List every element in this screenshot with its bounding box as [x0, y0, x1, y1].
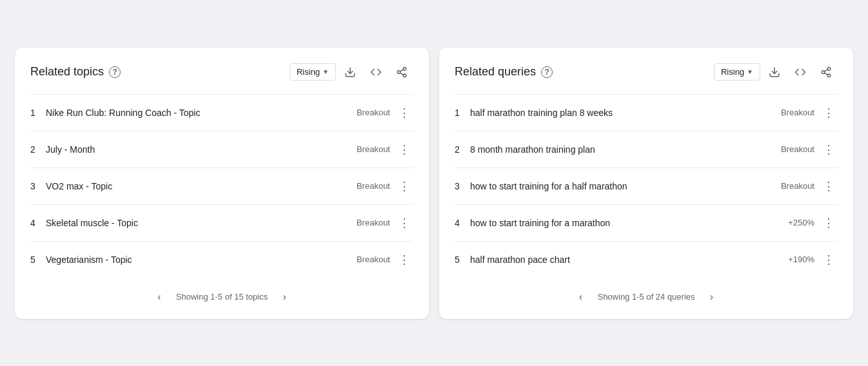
table-row: 2 July - Month Breakout ⋮	[30, 131, 413, 168]
item-value: +190%	[788, 255, 814, 264]
svg-line-11	[824, 69, 827, 71]
item-value: Breakout	[357, 218, 390, 227]
item-number: 3	[30, 181, 46, 191]
table-row: 3 how to start training for a half marat…	[455, 168, 838, 205]
item-number: 1	[455, 108, 470, 118]
item-label: how to start training for a half maratho…	[470, 181, 781, 191]
right-panel-actions: Rising ▼	[714, 61, 838, 84]
left-download-button[interactable]	[339, 61, 362, 84]
item-number: 4	[455, 218, 470, 228]
panels-container: Related topics ? Rising ▼	[15, 48, 853, 319]
item-label: how to start training for a marathon	[470, 218, 788, 228]
table-row: 2 8 month marathon training plan Breakou…	[455, 131, 838, 168]
left-prev-button[interactable]: ‹	[150, 288, 168, 306]
related-queries-panel: Related queries ? Rising ▼	[439, 48, 853, 319]
svg-line-5	[400, 69, 403, 71]
table-row: 5 half marathon pace chart +190% ⋮	[455, 242, 838, 278]
table-row: 5 Vegetarianism - Topic Breakout ⋮	[30, 242, 413, 278]
item-value: +250%	[788, 218, 814, 227]
download-icon	[344, 66, 356, 78]
left-title-group: Related topics ?	[30, 65, 121, 79]
right-items-list: 1 half marathon training plan 8 weeks Br…	[455, 95, 838, 278]
item-value: Breakout	[781, 181, 814, 191]
left-panel-actions: Rising ▼	[290, 61, 413, 84]
item-menu-button[interactable]: ⋮	[395, 140, 413, 159]
right-next-button[interactable]: ›	[703, 288, 721, 306]
right-title-group: Related queries ?	[455, 65, 553, 79]
right-share-button[interactable]	[814, 61, 838, 84]
right-panel-title: Related queries	[455, 65, 536, 79]
item-menu-button[interactable]: ⋮	[395, 177, 413, 195]
item-value: Breakout	[357, 181, 390, 191]
embed-icon	[370, 66, 382, 78]
download-icon	[769, 66, 780, 78]
table-row: 1 Nike Run Club: Running Coach - Topic B…	[30, 95, 413, 131]
item-menu-button[interactable]: ⋮	[395, 214, 413, 232]
table-row: 3 VO2 max - Topic Breakout ⋮	[30, 168, 413, 205]
item-number: 2	[30, 144, 46, 155]
item-menu-button[interactable]: ⋮	[820, 177, 838, 195]
item-number: 4	[30, 218, 46, 228]
left-pagination: ‹ Showing 1-5 of 15 topics ›	[30, 278, 413, 309]
left-panel-header: Related topics ? Rising ▼	[30, 61, 413, 84]
left-items-list: 1 Nike Run Club: Running Coach - Topic B…	[30, 95, 413, 278]
item-menu-button[interactable]: ⋮	[820, 251, 838, 269]
item-menu-button[interactable]: ⋮	[395, 251, 413, 269]
right-prev-button[interactable]: ‹	[571, 288, 589, 306]
item-menu-button[interactable]: ⋮	[820, 214, 838, 232]
related-topics-panel: Related topics ? Rising ▼	[15, 48, 429, 319]
share-icon	[396, 66, 408, 78]
embed-icon	[794, 66, 806, 78]
left-rising-button[interactable]: Rising ▼	[290, 63, 336, 81]
chevron-down-icon: ▼	[747, 68, 753, 75]
right-embed-button[interactable]	[789, 61, 812, 84]
item-label: half marathon pace chart	[470, 255, 788, 265]
item-label: July - Month	[46, 144, 357, 155]
left-panel-title: Related topics	[30, 65, 104, 79]
left-next-button[interactable]: ›	[275, 288, 293, 306]
item-label: half marathon training plan 8 weeks	[470, 108, 781, 118]
left-share-button[interactable]	[390, 61, 413, 84]
item-value: Breakout	[781, 108, 814, 117]
right-download-button[interactable]	[763, 61, 786, 84]
table-row: 4 how to start training for a marathon +…	[455, 205, 838, 242]
left-pagination-text: Showing 1-5 of 15 topics	[176, 292, 268, 302]
item-menu-button[interactable]: ⋮	[820, 140, 838, 159]
left-embed-button[interactable]	[364, 61, 388, 84]
item-number: 2	[455, 144, 470, 155]
item-value: Breakout	[781, 144, 814, 154]
item-number: 5	[30, 255, 46, 265]
left-help-icon[interactable]: ?	[109, 66, 121, 78]
chevron-down-icon: ▼	[322, 68, 329, 75]
right-pagination-text: Showing 1-5 of 24 queries	[597, 292, 695, 302]
svg-line-10	[824, 73, 827, 75]
table-row: 1 half marathon training plan 8 weeks Br…	[455, 95, 838, 131]
right-rising-button[interactable]: Rising ▼	[714, 63, 760, 81]
right-panel-header: Related queries ? Rising ▼	[455, 61, 838, 84]
item-label: Nike Run Club: Running Coach - Topic	[46, 108, 357, 118]
item-label: Skeletal muscle - Topic	[46, 218, 357, 228]
svg-line-4	[400, 73, 403, 75]
item-label: VO2 max - Topic	[46, 181, 357, 191]
share-icon	[820, 66, 832, 78]
item-label: Vegetarianism - Topic	[46, 255, 357, 265]
item-value: Breakout	[357, 144, 390, 154]
right-pagination: ‹ Showing 1-5 of 24 queries ›	[455, 278, 838, 309]
right-help-icon[interactable]: ?	[541, 66, 553, 78]
item-number: 1	[30, 108, 46, 118]
item-label: 8 month marathon training plan	[470, 144, 781, 155]
item-number: 3	[455, 181, 470, 191]
item-menu-button[interactable]: ⋮	[820, 104, 838, 122]
table-row: 4 Skeletal muscle - Topic Breakout ⋮	[30, 205, 413, 242]
item-menu-button[interactable]: ⋮	[395, 104, 413, 122]
item-value: Breakout	[357, 255, 390, 264]
item-value: Breakout	[357, 108, 390, 117]
item-number: 5	[455, 255, 470, 265]
